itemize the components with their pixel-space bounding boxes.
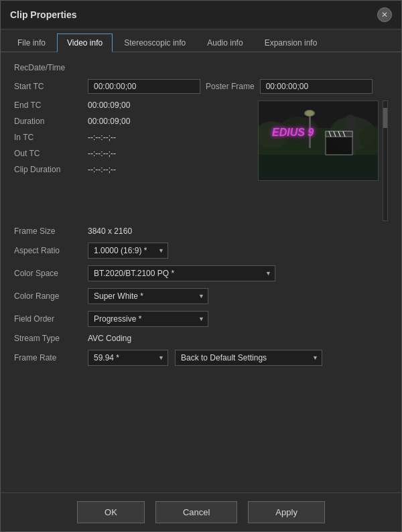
tab-video-info[interactable]: Video info [57,34,113,52]
aspect-ratio-label: Aspect Ratio [14,246,88,255]
stream-type-value: AVC Coding [88,334,131,343]
start-tc-input[interactable] [88,79,200,94]
back-to-default-select[interactable]: Back to Default Settings [175,350,322,366]
end-tc-label: End TC [14,101,88,110]
out-tc-label: Out TC [14,149,88,158]
duration-label: Duration [14,117,88,126]
in-tc-row: In TC --:--:--;-- [14,133,258,142]
back-to-default-wrapper[interactable]: Back to Default Settings [175,350,322,366]
field-order-row: Field Order Progressive * [14,311,388,327]
aspect-ratio-select-wrapper[interactable]: 1.0000 (16:9) * [88,243,168,259]
tab-audio-info[interactable]: Audio info [197,34,253,52]
color-range-row: Color Range Super White * [14,288,388,304]
middle-section: End TC 00:00:09;00 Duration 00:00:09;00 … [14,101,388,221]
color-range-label: Color Range [14,291,88,301]
color-space-select-wrapper[interactable]: BT.2020/BT.2100 PQ * [88,265,275,281]
frame-size-row: Frame Size 3840 x 2160 [14,226,388,236]
out-tc-row: Out TC --:--:--;-- [14,149,258,158]
apply-button[interactable]: Apply [248,501,325,523]
stream-type-row: Stream Type AVC Coding [14,334,388,343]
poster-frame-input[interactable] [260,79,373,94]
footer: OK Cancel Apply [1,492,401,531]
video-thumbnail: EDIUS 9 [258,101,379,181]
clip-duration-row: Clip Duration --:--:--;-- [14,165,258,174]
tab-file-info[interactable]: File info [7,34,56,52]
rec-date-time-label: RecDate/Time [14,63,88,72]
tab-stereoscopic-info[interactable]: Stereoscopic info [114,34,196,52]
in-tc-label: In TC [14,133,88,142]
end-tc-value: 00:00:09;00 [88,101,130,110]
frame-rate-row: Frame Rate 59.94 * Back to Default Setti… [14,350,388,366]
tab-bar: File info Video info Stereoscopic info A… [1,29,401,52]
frame-size-value: 3840 x 2160 [88,226,132,236]
start-tc-row: Start TC Poster Frame [14,79,388,94]
rec-date-time-row: RecDate/Time [14,63,388,72]
scrollbar[interactable] [383,101,388,221]
thumb-inner: EDIUS 9 [259,101,378,180]
thumbnail-logo: EDIUS 9 [272,127,314,139]
frame-size-label: Frame Size [14,226,88,236]
svg-rect-6 [259,155,379,181]
color-range-select-wrapper[interactable]: Super White * [88,288,208,304]
svg-point-17 [306,111,314,116]
stream-type-label: Stream Type [14,334,88,343]
frame-rate-select[interactable]: 59.94 * [88,350,168,366]
left-fields: End TC 00:00:09;00 Duration 00:00:09;00 … [14,101,258,221]
frame-rate-label: Frame Rate [14,353,88,362]
dialog-title: Clip Properties [10,9,77,20]
color-space-label: Color Space [14,269,88,278]
color-space-row: Color Space BT.2020/BT.2100 PQ * [14,265,388,281]
content-area: RecDate/Time Start TC Poster Frame End T… [1,52,401,492]
field-order-select-wrapper[interactable]: Progressive * [88,311,208,327]
in-tc-value: --:--:--;-- [88,133,116,142]
aspect-ratio-row: Aspect Ratio 1.0000 (16:9) * [14,243,388,259]
clip-properties-dialog: Clip Properties ✕ File info Video info S… [0,0,402,532]
ok-button[interactable]: OK [77,501,145,523]
tab-expansion-info[interactable]: Expansion info [255,34,328,52]
clip-duration-label: Clip Duration [14,165,88,174]
color-space-select[interactable]: BT.2020/BT.2100 PQ * [88,265,275,281]
title-bar: Clip Properties ✕ [1,1,401,29]
duration-row: Duration 00:00:09;00 [14,117,258,126]
scrollbar-thumb[interactable] [383,108,387,128]
frame-rate-select-wrapper[interactable]: 59.94 * [88,350,168,366]
aspect-ratio-select[interactable]: 1.0000 (16:9) * [88,243,168,259]
duration-value: 00:00:09;00 [88,117,130,126]
color-range-select[interactable]: Super White * [88,288,208,304]
field-order-label: Field Order [14,314,88,324]
svg-point-8 [345,115,356,125]
end-tc-row: End TC 00:00:09;00 [14,101,258,110]
start-tc-label: Start TC [14,82,88,91]
clip-duration-value: --:--:--;-- [88,165,116,174]
close-button[interactable]: ✕ [377,7,392,22]
poster-frame-label: Poster Frame [206,82,255,91]
out-tc-value: --:--:--;-- [88,149,116,158]
cancel-button[interactable]: Cancel [155,501,237,523]
field-order-select[interactable]: Progressive * [88,311,208,327]
